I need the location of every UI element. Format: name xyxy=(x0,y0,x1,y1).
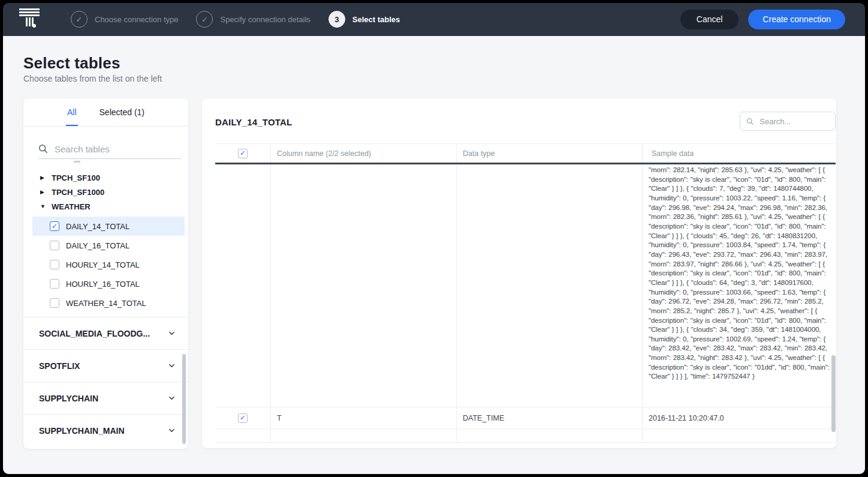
table-item-label: DAILY_16_TOTAL xyxy=(66,241,129,250)
table-item-daily-16-total[interactable]: ✓ DAILY_16_TOTAL xyxy=(32,236,185,255)
create-connection-button[interactable]: Create connection xyxy=(748,10,845,29)
page-subtitle: Choose tables from the list on the left xyxy=(23,74,162,83)
checkbox-unchecked-icon[interactable]: ✓ xyxy=(50,241,59,250)
window: ✓ Choose connection type ✓ Specify conne… xyxy=(0,0,868,477)
table-item-label: DAILY_14_TOTAL xyxy=(66,222,129,231)
accordion-label: SOCIAL_MEDIA_FLOODG... xyxy=(39,329,150,338)
sample-data-cell xyxy=(643,429,836,442)
tab-all[interactable]: All xyxy=(66,98,78,126)
sample-data-header: Sample data xyxy=(643,144,836,163)
table-item-daily-14-total[interactable]: ✓ DAILY_14_TOTAL xyxy=(32,217,185,236)
sample-data-cell: 2016-11-21 10:20:47.0 xyxy=(643,407,836,428)
sidebar-tabs: All Selected (1) xyxy=(23,98,188,127)
caret-right-icon: ▶ xyxy=(40,189,46,195)
caret-right-icon: ▶ xyxy=(40,175,46,181)
tab-selected[interactable]: Selected (1) xyxy=(98,98,146,126)
stepper: ✓ Choose connection type ✓ Specify conne… xyxy=(71,11,400,28)
table-item-label: HOURLY_14_TOTAL xyxy=(66,260,140,269)
search-icon xyxy=(746,117,754,126)
accordion-social-media-floodgates[interactable]: SOCIAL_MEDIA_FLOODG... xyxy=(23,317,188,349)
tree-group-tpch-sf100[interactable]: ▶ TPCH_SF100 xyxy=(23,170,188,185)
row-checkbox-cell xyxy=(215,164,271,407)
column-name-cell: T xyxy=(271,407,457,428)
step-done-check-icon: ✓ xyxy=(196,11,213,28)
row-checkbox-cell xyxy=(215,429,271,442)
column-name-header: Column name (2/2 selected) xyxy=(271,144,457,163)
tree-group-weather[interactable]: ▼ WEATHER xyxy=(23,199,188,214)
table-scrollbar[interactable] xyxy=(831,355,836,432)
table-item-hourly-14-total[interactable]: ✓ HOURLY_14_TOTAL xyxy=(32,255,185,274)
accordion-supplychain-main[interactable]: SUPPLYCHAIN_MAIN xyxy=(23,414,188,446)
app-screen: ✓ Choose connection type ✓ Specify conne… xyxy=(2,2,866,475)
chevron-down-icon xyxy=(168,330,175,337)
table-item-weather-14-total[interactable]: ✓ WEATHER_14_TOTAL xyxy=(32,293,185,313)
selected-table-title: DAILY_14_TOTAL xyxy=(215,117,292,127)
sample-data-cell: "morn": 282.14, "night": 285.63 }, "uvi"… xyxy=(643,164,836,407)
step-label: Specify connection details xyxy=(220,15,310,24)
checkbox-unchecked-icon[interactable]: ✓ xyxy=(50,260,59,269)
table-row-partial xyxy=(215,429,836,443)
scrolled-item-sliver xyxy=(74,161,80,163)
topbar-actions: Cancel Create connection xyxy=(680,10,845,29)
tables-tree: ▶ TPCH_SF100 ▶ TPCH_SF1000 ▼ WEATHER ✓ D… xyxy=(23,161,188,313)
table-item-hourly-16-total[interactable]: ✓ HOURLY_16_TOTAL xyxy=(32,274,185,293)
tree-group-label: TPCH_SF100 xyxy=(52,173,100,182)
step-specify-connection-details: ✓ Specify connection details xyxy=(196,11,310,28)
row-checkbox[interactable]: ✓ xyxy=(238,413,248,423)
accordion-label: SPOTFLIX xyxy=(39,361,80,371)
accordion-spotflix[interactable]: SPOTFLIX xyxy=(23,349,188,382)
step-done-check-icon: ✓ xyxy=(71,11,88,28)
select-all-cell: ✓ xyxy=(215,144,271,163)
tree-group-label: WEATHER xyxy=(52,202,91,211)
accordion-label: SUPPLYCHAIN_MAIN xyxy=(39,426,125,436)
checkbox-checked-icon[interactable]: ✓ xyxy=(50,221,59,231)
tree-group-label: TPCH_SF1000 xyxy=(52,188,104,197)
accordion-supplychain[interactable]: SUPPLYCHAIN xyxy=(23,382,188,414)
accordion-label: SUPPLYCHAIN xyxy=(39,394,98,403)
chevron-down-icon xyxy=(168,427,175,434)
tables-sidebar: All Selected (1) ▶ TPCH_SF100 ▶ xyxy=(23,98,188,449)
data-type-cell xyxy=(457,429,643,442)
data-type-cell: DATE_TIME xyxy=(457,407,643,428)
cancel-button[interactable]: Cancel xyxy=(680,10,739,29)
row-checkbox-cell: ✓ xyxy=(215,407,271,428)
checkbox-unchecked-icon[interactable]: ✓ xyxy=(50,298,59,308)
sample-json-text: "morn": 282.14, "night": 285.63 }, "uvi"… xyxy=(649,164,836,381)
columns-table: ✓ Column name (2/2 selected) Data type S… xyxy=(215,143,836,443)
table-item-label: HOURLY_16_TOTAL xyxy=(66,280,140,289)
columns-search-input[interactable] xyxy=(758,116,829,127)
search-icon xyxy=(38,144,48,154)
select-all-checkbox[interactable]: ✓ xyxy=(238,149,248,158)
caret-down-icon: ▼ xyxy=(40,203,46,209)
page-title: Select tables xyxy=(23,54,120,73)
table-row: "morn": 282.14, "night": 285.63 }, "uvi"… xyxy=(215,164,836,407)
search-tables-input[interactable] xyxy=(53,143,181,155)
column-name-cell xyxy=(271,429,457,442)
table-detail-panel: DAILY_14_TOTAL ✓ Column name (2/2 select… xyxy=(202,98,836,448)
data-type-cell xyxy=(457,164,643,407)
thoughtspot-logo-icon xyxy=(18,8,41,30)
step-label: Select tables xyxy=(352,15,400,24)
topbar: ✓ Choose connection type ✓ Specify conne… xyxy=(2,2,866,36)
tree-group-tpch-sf1000[interactable]: ▶ TPCH_SF1000 xyxy=(23,185,188,199)
columns-table-header: ✓ Column name (2/2 selected) Data type S… xyxy=(215,143,836,164)
checkbox-unchecked-icon[interactable]: ✓ xyxy=(50,279,59,289)
step-choose-connection-type: ✓ Choose connection type xyxy=(71,11,178,28)
column-name-cell xyxy=(271,164,457,407)
schema-accordions: SOCIAL_MEDIA_FLOODG... SPOTFLIX SUPPLYCH… xyxy=(23,317,188,446)
chevron-down-icon xyxy=(168,362,175,369)
data-type-header: Data type xyxy=(457,144,643,163)
table-item-label: WEATHER_14_TOTAL xyxy=(66,299,146,308)
chevron-down-icon xyxy=(168,395,175,401)
sidebar-scrollbar[interactable] xyxy=(182,354,186,444)
columns-search-box xyxy=(740,112,836,131)
sidebar-search xyxy=(38,139,181,159)
step-number-badge: 3 xyxy=(328,11,345,28)
table-row: ✓ T DATE_TIME 2016-11-21 10:20:47.0 xyxy=(215,407,836,429)
step-select-tables: 3 Select tables xyxy=(328,11,400,28)
step-label: Choose connection type xyxy=(95,15,178,24)
